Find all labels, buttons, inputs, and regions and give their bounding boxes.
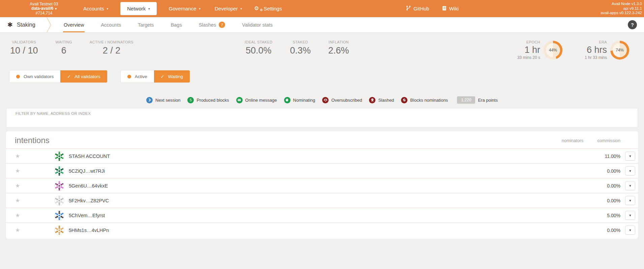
table-row: ★5F2Hkv…Z82PVC0.00%▼ (6, 193, 638, 207)
toggle-label: Own validators (24, 74, 54, 79)
commission-value: 0.00% (583, 183, 620, 189)
stat-label: ACTIVE / NOMINATORS (90, 40, 133, 44)
legend-label: Next session (155, 98, 180, 103)
version-line: api v9.11.1 (601, 6, 642, 11)
expand-row-button[interactable]: ▼ (625, 211, 635, 220)
expand-row-button[interactable]: ▼ (625, 226, 635, 235)
github-icon (406, 5, 411, 12)
toggle-group: Active✓Waiting (120, 70, 190, 83)
favorite-star-icon[interactable]: ★ (15, 153, 22, 159)
favorite-star-icon[interactable]: ★ (15, 197, 22, 204)
tab-label: Overview (64, 22, 84, 28)
progress-percent: 74% (613, 43, 627, 57)
favorite-star-icon[interactable]: ★ (15, 182, 22, 189)
account-identicon[interactable] (54, 196, 64, 206)
legend-label: Online message (245, 98, 277, 103)
favorite-star-icon[interactable]: ★ (15, 168, 22, 174)
tab-label: Validator stats (242, 22, 273, 28)
tab-label: Bags (171, 22, 182, 28)
legend-item-produced-blocks: 5Produced blocks (187, 97, 229, 103)
expand-row-button[interactable]: ▼ (625, 152, 635, 161)
link-wiki[interactable]: Wiki (442, 6, 459, 12)
account-identicon[interactable] (54, 166, 64, 176)
validator-address: 5CZiQJ…wt7RJi (69, 168, 105, 174)
account-identicon[interactable] (54, 181, 64, 191)
tabbar: ✱ Staking OverviewAccountsTargetsBagsSla… (0, 17, 644, 33)
tab-targets[interactable]: Targets (138, 17, 154, 32)
timer-label: ERA (585, 40, 607, 44)
stat-active-nominators: ACTIVE / NOMINATORS2 / 2 (90, 40, 133, 56)
tab-bags[interactable]: Bags (171, 17, 182, 32)
stat-value: 2.6% (328, 45, 349, 56)
toggle-all-validators[interactable]: ✓All validators (60, 70, 107, 82)
legend-label: Oversubscribed (331, 98, 362, 103)
menu-label: Governance (169, 6, 196, 11)
chevron-down-icon: ▼ (629, 184, 632, 188)
row-actions: ▼ (620, 166, 635, 175)
menu-accounts[interactable]: Accounts▾ (81, 3, 110, 14)
timer-epoch: EPOCH1 hr33 mins 20 s44% (517, 40, 562, 60)
account-identicon[interactable] (54, 225, 64, 235)
toggle-active[interactable]: Active (121, 70, 154, 82)
tab-label: Accounts (101, 22, 121, 28)
menu-developer[interactable]: Developer▾ (213, 3, 244, 14)
tab-overview[interactable]: Overview (64, 17, 84, 32)
progress-donut: 74% (610, 41, 629, 60)
toggle-label: Waiting (168, 74, 183, 79)
tab-slashes[interactable]: Slashes7 (199, 17, 225, 32)
table-title: intentions (15, 136, 543, 145)
toggle-label: Active (135, 74, 147, 79)
column-header-nominators: nominators (543, 138, 583, 143)
commission-value: 0.00% (583, 228, 620, 233)
row-actions: ▼ (620, 211, 635, 220)
radio-dot-icon (127, 75, 131, 78)
table-row: ★STASH ACCOUNT11.00%▼ (6, 148, 638, 163)
network-chain[interactable]: data-avail/6▾ (16, 6, 72, 11)
expand-row-button[interactable]: ▼ (625, 181, 635, 190)
progress-percent: 44% (546, 43, 560, 57)
radio-dot-icon (16, 75, 20, 78)
favorite-star-icon[interactable]: ★ (15, 212, 22, 218)
network-selector[interactable]: Avail Testnet 03 data-avail/6▾ #714,714 (16, 2, 72, 15)
stat-staked: STAKED0.3% (290, 40, 311, 56)
account-identicon[interactable] (54, 210, 64, 221)
menu-settings[interactable]: ⚙⚙ Settings (254, 5, 282, 12)
stat-value: 50.0% (245, 45, 272, 56)
favorite-star-icon[interactable]: ★ (15, 227, 22, 233)
stat-validators: VALIDATORS10 / 10 (10, 40, 38, 56)
chevron-down-icon: ▾ (240, 7, 242, 10)
slashed-icon (369, 97, 375, 103)
toggle-waiting[interactable]: ✓Waiting (154, 70, 190, 82)
stat-value: 2 / 2 (90, 45, 133, 56)
legend-item-nominating: Nominating (284, 97, 315, 103)
account-identicon[interactable] (54, 151, 64, 161)
filter-input[interactable] (6, 108, 638, 128)
timer-era: ERA6 hrs1 hr 33 mins74% (585, 40, 629, 60)
menu-label: Accounts (83, 6, 104, 11)
row-actions: ▼ (620, 181, 635, 190)
settings-label: Settings (264, 6, 282, 11)
staking-icon: ✱ (7, 21, 13, 29)
help-button[interactable]: ? (628, 20, 637, 29)
legend-label: Blocks nominations (410, 98, 448, 103)
legend: Next session5Produced blocksOnline messa… (0, 96, 644, 104)
tab-accounts[interactable]: Accounts (101, 17, 121, 32)
intentions-table: intentions nominators commission ★STASH … (6, 131, 638, 239)
legend-item-era-points: 1,220Era points (455, 96, 498, 104)
count-glyph: 5 (190, 98, 192, 102)
timers-group: EPOCH1 hr33 mins 20 s44%ERA6 hrs1 hr 33 … (517, 40, 629, 60)
toggle-own-validators[interactable]: Own validators (9, 70, 60, 82)
version-line: avail-apps v0.122.3-242 (601, 11, 642, 15)
timer-remaining: 1 hr 33 mins (585, 55, 607, 60)
menu-network[interactable]: Network▾ (120, 2, 157, 15)
timer-text: EPOCH1 hr33 mins 20 s (517, 40, 540, 60)
tab-validator-stats[interactable]: Validator stats (242, 17, 273, 32)
menu-governance[interactable]: Governance▾ (167, 3, 203, 14)
expand-row-button[interactable]: ▼ (625, 166, 635, 175)
table-row: ★5Gen6U…64vkxE0.00%▼ (6, 178, 638, 193)
validator-address: STASH ACCOUNT (69, 154, 110, 159)
link-github[interactable]: GitHub (406, 5, 429, 12)
chevron-down-icon: ▾ (148, 7, 150, 10)
timer-value: 6 hrs (585, 45, 607, 55)
expand-row-button[interactable]: ▼ (625, 196, 635, 205)
